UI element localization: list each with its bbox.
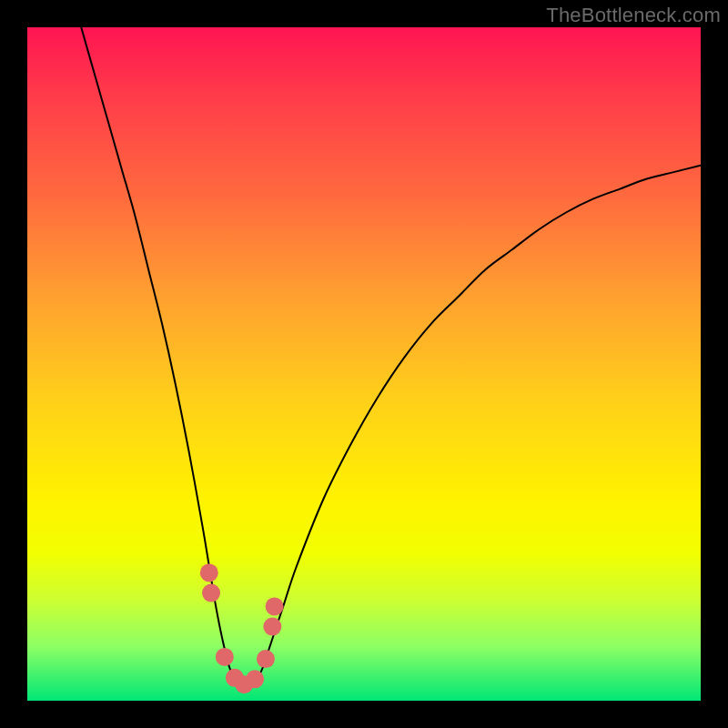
- curve-marker: [263, 618, 281, 636]
- curve-line: [81, 27, 701, 688]
- curve-marker: [226, 669, 244, 687]
- curve-marker: [216, 648, 234, 666]
- bottleneck-curve: [27, 27, 701, 701]
- curve-marker: [202, 584, 220, 602]
- plot-area: [27, 27, 701, 701]
- curve-marker: [235, 675, 253, 693]
- curve-marker: [257, 650, 275, 668]
- curve-marker: [200, 563, 218, 581]
- curve-marker: [266, 597, 284, 615]
- curve-markers: [200, 563, 284, 693]
- watermark-text: TheBottleneck.com: [546, 4, 721, 27]
- curve-marker: [246, 670, 264, 688]
- chart-frame: TheBottleneck.com: [0, 0, 728, 728]
